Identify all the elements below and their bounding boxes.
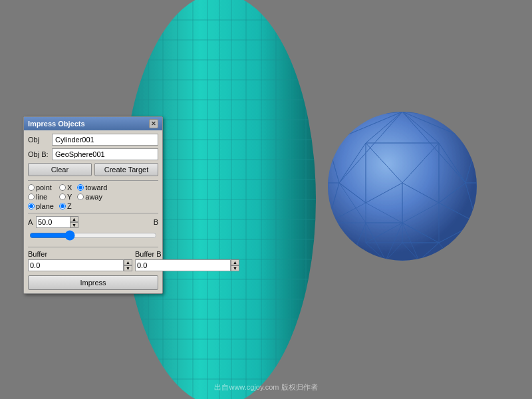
obj-row: Obj (28, 134, 158, 146)
radio-z[interactable]: Z (59, 202, 72, 210)
buffer-b-col: Buffer B ▲ ▼ (135, 250, 239, 271)
obj-input[interactable] (52, 134, 158, 146)
slider-container (28, 229, 158, 244)
obj-b-label: Obj B: (28, 150, 52, 158)
radio-x[interactable]: X (59, 184, 72, 192)
radio-away-label: away (85, 193, 102, 201)
buffer-spin: ▲ ▼ (124, 259, 132, 271)
radio-z-label: Z (67, 202, 72, 210)
svg-marker-55 (386, 261, 419, 266)
radio-toward-label: toward (85, 184, 107, 192)
geosphere-mesh (319, 103, 485, 269)
clear-button[interactable]: Clear (28, 163, 92, 176)
divider2 (28, 213, 158, 213)
obj-b-row: Obj B: (28, 148, 158, 160)
panel-body: Obj Obj B: Clear Create Target point (24, 130, 162, 293)
buffer-b-label: Buffer B (135, 250, 239, 258)
radio-x-label: X (67, 184, 72, 192)
a-input-group: ▲ ▼ (36, 216, 78, 228)
radio-line-input[interactable] (28, 194, 35, 200)
create-target-button[interactable]: Create Target (94, 163, 158, 176)
radio-y-input[interactable] (59, 194, 66, 200)
obj-b-input[interactable] (52, 148, 158, 160)
radio-away-input[interactable] (77, 194, 84, 200)
obj-label: Obj (28, 136, 52, 144)
impress-button[interactable]: Impress (28, 275, 158, 290)
buffer-spin-up[interactable]: ▲ (124, 259, 132, 265)
panel-close-button[interactable]: ✕ (149, 119, 158, 128)
radio-y-label: Y (67, 193, 72, 201)
buffer-b-input[interactable] (135, 259, 231, 271)
axis-radio-col: X Y Z (59, 184, 72, 210)
direction-radio-col: toward away (77, 184, 107, 210)
impress-objects-panel: Impress Objects ✕ Obj Obj B: Clear Creat… (23, 116, 163, 294)
divider1 (28, 180, 158, 181)
radio-x-input[interactable] (59, 184, 66, 191)
radio-away[interactable]: away (77, 193, 107, 201)
a-value-input[interactable] (36, 216, 70, 228)
a-label: A (28, 218, 36, 226)
radio-plane[interactable]: plane (28, 202, 54, 210)
a-spin: ▲ ▼ (70, 216, 78, 228)
buffer-b-spin: ▲ ▼ (231, 259, 239, 271)
radio-point[interactable]: point (28, 184, 54, 192)
radio-z-input[interactable] (59, 203, 66, 209)
radio-point-input[interactable] (28, 184, 35, 191)
svg-marker-56 (419, 261, 452, 266)
buffer-col: Buffer ▲ ▼ (28, 250, 132, 271)
a-spin-down[interactable]: ▼ (70, 222, 78, 228)
mode-radio-col: point line plane (28, 184, 54, 210)
buffer-label: Buffer (28, 250, 132, 258)
ab-row: A ▲ ▼ B (28, 216, 158, 228)
svg-marker-65 (386, 108, 419, 112)
radio-y[interactable]: Y (59, 193, 72, 201)
buffer-spin-down[interactable]: ▼ (124, 265, 132, 271)
buffer-b-spin-up[interactable]: ▲ (231, 259, 239, 265)
divider3 (28, 247, 158, 247)
buffer-input-row: ▲ ▼ (28, 259, 132, 271)
radio-toward-input[interactable] (77, 184, 84, 191)
b-label: B (154, 218, 158, 226)
a-spin-up[interactable]: ▲ (70, 216, 78, 222)
radio-section: point line plane X Y (28, 184, 158, 210)
radio-plane-input[interactable] (28, 203, 35, 209)
buffer-b-input-row: ▲ ▼ (135, 259, 239, 271)
ab-slider[interactable] (29, 231, 157, 240)
watermark: 出自www.cgjoy.com 版权归作者 (214, 382, 317, 392)
panel-title: Impress Objects (28, 120, 85, 128)
buffer-section: Buffer ▲ ▼ Buffer B ▲ ▼ (28, 250, 158, 271)
radio-plane-label: plane (36, 202, 54, 210)
buffer-input[interactable] (28, 259, 124, 271)
action-buttons-row: Clear Create Target (28, 163, 158, 176)
svg-marker-54 (352, 256, 386, 266)
buffer-b-spin-down[interactable]: ▼ (231, 265, 239, 271)
radio-toward[interactable]: toward (77, 184, 107, 192)
radio-line[interactable]: line (28, 193, 54, 201)
panel-titlebar: Impress Objects ✕ (24, 117, 162, 130)
radio-line-label: line (36, 193, 47, 201)
radio-point-label: point (36, 184, 52, 192)
